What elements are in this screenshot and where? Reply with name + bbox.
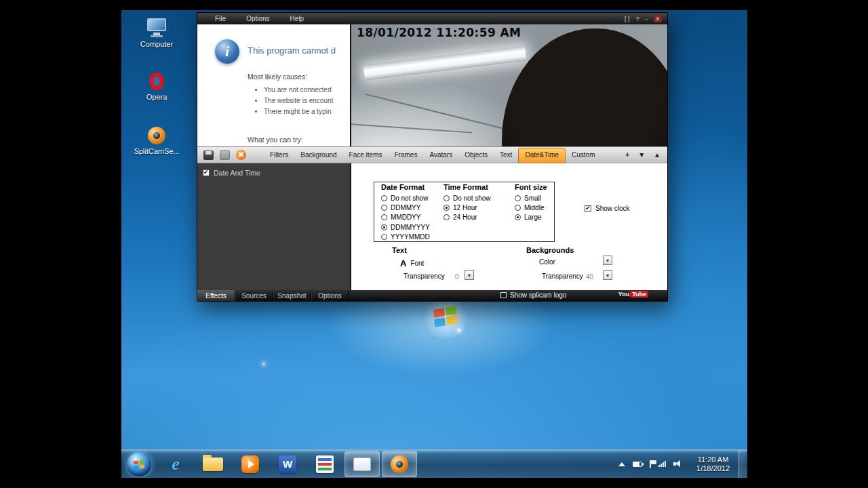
clock-date: 1/18/2012	[696, 464, 730, 473]
action-center-flag-icon[interactable]	[650, 460, 651, 468]
radio-middle[interactable]: Middle	[515, 204, 547, 211]
tab-face-items[interactable]: Face items	[343, 148, 389, 161]
menu-options[interactable]: Options	[246, 15, 269, 22]
hidden-icons-chevron-icon[interactable]	[618, 462, 625, 466]
close-button[interactable]: x	[654, 15, 663, 22]
delete-icon[interactable]	[236, 150, 246, 160]
chevron-down-icon: ▼	[606, 258, 610, 263]
tab-text[interactable]: Text	[494, 148, 518, 161]
background-color-dropdown[interactable]: ▼	[603, 256, 612, 265]
font-picker[interactable]: A Font	[400, 258, 424, 268]
radio-icon	[443, 205, 450, 211]
radio-label: MMDDYY	[391, 214, 420, 221]
bottom-tab-sources[interactable]: Sources	[235, 290, 273, 301]
checkbox-icon[interactable]	[203, 169, 210, 176]
radio-icon	[381, 195, 387, 201]
start-button[interactable]	[127, 452, 151, 476]
list-item[interactable]: Date And Time	[203, 169, 344, 177]
bottom-tab-effects[interactable]: Effects	[197, 290, 235, 301]
load-icon[interactable]	[220, 150, 230, 160]
word-icon: W	[279, 455, 296, 473]
maximize-button[interactable]: [ ]	[625, 16, 630, 22]
checkbox-icon	[500, 292, 507, 298]
preview-row: i This program cannot d Most likely caus…	[197, 24, 667, 146]
tab-objects[interactable]: Objects	[458, 148, 494, 161]
radio-label: YYYYMMDD	[391, 233, 430, 241]
taskbar-explorer-button[interactable]	[195, 451, 231, 477]
desktop-icon-splitcam[interactable]: SplitCamSe...	[131, 127, 182, 155]
radio-yyyymmdd[interactable]: YYYYMMDD	[381, 234, 430, 241]
radio-icon	[515, 195, 521, 201]
menu-help[interactable]: Help	[290, 15, 304, 22]
chevron-down-icon: ▼	[467, 273, 472, 278]
splitcam-window: File Options Help [ ] ? - x i This progr…	[197, 12, 668, 302]
radio-large[interactable]: Large	[515, 214, 547, 221]
radio-ddmmyy[interactable]: DDMMYY	[381, 204, 430, 211]
taskbar-word-button[interactable]: W	[270, 451, 305, 477]
move-up-button[interactable]: ▲	[654, 151, 660, 159]
radio-mmddyy[interactable]: MMDDYY	[381, 214, 430, 221]
desktop-icon-computer[interactable]: Computer	[131, 18, 182, 48]
radio-label: DDMMYYYY	[391, 224, 430, 231]
font-icon: A	[400, 258, 406, 268]
office-app-icon	[316, 455, 334, 473]
time-format-heading: Time Format	[443, 183, 491, 191]
taskbar-splitcam-button[interactable]	[382, 451, 417, 477]
show-clock-option[interactable]: Show clock	[585, 205, 630, 212]
radio-icon	[515, 205, 521, 211]
volume-icon[interactable]	[673, 460, 683, 468]
tab-filters[interactable]: Filters	[264, 148, 294, 161]
radio-small[interactable]: Small	[515, 195, 547, 201]
tab-date-time[interactable]: Date&Time	[518, 148, 566, 163]
add-button[interactable]: +	[625, 151, 629, 159]
taskbar-clock[interactable]: 11:20 AM 1/18/2012	[696, 450, 730, 478]
background-transparency-dropdown[interactable]: ▼	[603, 270, 612, 280]
video-timestamp-overlay: 18/01/2012 11:20:59 AM	[357, 26, 521, 39]
date-format-group: Date Format Do not show DDMMYY MMDDYY DD…	[381, 183, 430, 243]
bottom-tab-snapshot[interactable]: Snapshot	[273, 290, 311, 301]
move-down-button[interactable]: ▼	[638, 151, 645, 159]
radio-icon	[515, 214, 521, 220]
minimize-button[interactable]: -	[646, 16, 648, 22]
radio-label: 24 Hour	[453, 214, 477, 221]
tab-frames[interactable]: Frames	[389, 148, 424, 161]
text-transparency-dropdown[interactable]: ▼	[465, 270, 474, 280]
tab-custom[interactable]: Custom	[566, 148, 601, 161]
taskbar-media-player-button[interactable]	[233, 451, 268, 477]
computer-icon	[146, 18, 167, 37]
radio-date-do-not-show[interactable]: Do not show	[381, 195, 430, 201]
radio-12-hour[interactable]: 12 Hour	[443, 204, 491, 211]
taskbar-window-button[interactable]	[344, 451, 380, 477]
show-desktop-button[interactable]	[738, 450, 747, 478]
tab-background[interactable]: Background	[294, 148, 342, 161]
internet-explorer-icon: e	[172, 455, 180, 473]
show-logo-label: Show splicam logo	[510, 291, 566, 299]
desktop-icon-opera[interactable]: Opera	[131, 73, 182, 101]
menu-bar: File Options Help	[215, 15, 304, 22]
radio-label: Do not show	[391, 195, 429, 202]
radio-ddmmyyyy[interactable]: DDMMYYYY	[381, 224, 430, 230]
cause-item: You are not connected	[264, 85, 333, 96]
save-icon[interactable]	[203, 150, 214, 160]
radio-icon	[381, 205, 387, 211]
bottom-tab-options[interactable]: Options	[311, 290, 349, 301]
tab-strip: Filters Background Face items Frames Ava…	[264, 147, 601, 163]
radio-24-hour[interactable]: 24 Hour	[443, 214, 491, 221]
taskbar-ie-button[interactable]: e	[158, 451, 193, 477]
tab-avatars[interactable]: Avatars	[423, 148, 458, 161]
font-size-heading: Font size	[515, 183, 547, 191]
help-button[interactable]: ?	[635, 16, 639, 22]
radio-time-do-not-show[interactable]: Do not show	[443, 195, 491, 201]
youtube-logo[interactable]: You Tube	[618, 291, 648, 298]
menu-file[interactable]: File	[215, 15, 226, 22]
browser-try-heading: What you can try:	[248, 136, 303, 144]
background-transparency-label: Transparency	[542, 272, 583, 280]
network-icon[interactable]	[658, 461, 666, 467]
font-label: Font	[410, 260, 424, 267]
taskbar-office-button[interactable]	[307, 451, 342, 477]
show-logo-option[interactable]: Show splicam logo	[500, 291, 566, 299]
taskbar: e W 11:20 AM 1/18/2012	[121, 449, 747, 478]
battery-icon[interactable]	[633, 462, 642, 467]
windows-logo-glow	[418, 295, 474, 340]
title-bar[interactable]: File Options Help [ ] ? - x	[197, 13, 667, 24]
